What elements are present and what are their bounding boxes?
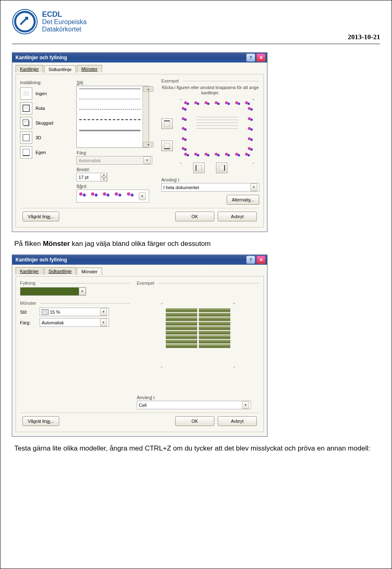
custom-icon [20,146,32,158]
horizontal-line-button[interactable]: Vågrät linje... [22,212,59,221]
none-icon [20,87,32,100]
svg-rect-22 [196,165,202,171]
apply-label: Använd i: [137,395,259,400]
example-group-label: Exempel [137,281,154,286]
svg-rect-14 [23,134,29,141]
setting-3d[interactable]: 3D [20,132,72,144]
style-label: Stil: [76,80,157,85]
borders-dialog-1: Kantlinjer och fyllning ? ✕ Kantlinjer S… [12,52,267,232]
apply-dropdown[interactable]: I hela dokumentet ▼ [161,183,259,192]
left-border-button[interactable] [193,163,205,173]
fill-preview: ⌐¬⌞⌟ [159,303,237,364]
apply-dropdown[interactable]: Cell ▼ [137,401,251,409]
tab-kantlinjer[interactable]: Kantlinjer [16,267,43,274]
color-dropdown[interactable]: Automatisk ▼ [76,156,152,165]
brand-line1: ECDL [42,11,87,19]
spin-down-icon[interactable]: ▼ [100,177,107,182]
brand-text: ECDL Det Europeiska Datakörkortet [42,11,87,33]
pattern-color-label: Färg: [20,320,37,325]
tab-kantlinjer[interactable]: Kantlinjer [16,65,43,72]
chevron-down-icon[interactable]: ▼ [100,308,107,316]
tab-monster[interactable]: Mönster [77,268,102,275]
options-button[interactable]: Alternativ... [227,195,259,205]
scroll-down-icon[interactable]: ▼ [143,142,154,147]
tab-strip: Kantlinjer Sidkantlinje Mönster [16,267,264,274]
apply-label: Använd i: [161,177,259,182]
border-preview[interactable]: ⌐¬⌞⌟ [178,99,256,160]
paragraph-2: Testa gärna lite olika modeller, ångra m… [14,444,378,453]
preview-caption: Klicka i figuren eller använd knapparna … [161,85,259,96]
titlebar[interactable]: Kantlinjer och fyllning ? ✕ [12,255,267,265]
brand-line3: Datakörkortet [42,26,87,33]
chevron-down-icon[interactable]: ▼ [143,156,150,164]
bard-label: Bård: [76,184,157,189]
fill-group-label: Fyllning [20,281,36,286]
pattern-group-label: Mönster [20,301,36,306]
svg-rect-18 [164,121,170,127]
chevron-down-icon[interactable]: ▼ [79,288,86,295]
setting-label: Inställning: [20,80,72,85]
brand-line2: Det Europeiska [42,18,87,26]
pattern-style-dropdown[interactable]: 15 % ▼ [40,308,109,316]
document-date: 2013-10-21 [348,9,380,41]
cancel-button[interactable]: Avbryt [218,212,257,221]
fill-color-dropdown[interactable]: ▼ [20,287,86,296]
art-icon [79,192,87,200]
tab-sidkantlinje[interactable]: Sidkantlinje [44,65,76,73]
style-listbox[interactable]: ▲ ▼ [76,86,149,148]
pattern-swatch-icon [42,309,49,315]
dialog-title: Kantlinjer och fyllning [14,55,67,60]
cancel-button[interactable]: Avbryt [218,416,257,426]
width-spinner[interactable]: 17 pt ▲▼ [76,173,107,181]
chevron-down-icon[interactable]: ▼ [100,319,107,326]
titlebar[interactable]: Kantlinjer och fyllning ? ✕ [12,53,267,62]
chevron-down-icon[interactable]: ▼ [250,183,257,191]
tab-sidkantlinje[interactable]: Sidkantlinje [44,267,76,274]
svg-rect-20 [164,143,170,149]
document-page: ECDL Det Europeiska Datakörkortet 2013-1… [0,0,392,569]
svg-rect-16 [23,149,29,156]
close-button[interactable]: ✕ [256,256,265,264]
width-label: Bredd: [76,167,157,172]
close-button[interactable]: ✕ [256,54,265,62]
dialog-title: Kantlinjer och fyllning [14,257,67,263]
page-header: ECDL Det Europeiska Datakörkortet 2013-1… [12,9,380,41]
top-border-button[interactable] [161,118,173,129]
art-icon [115,192,122,200]
setting-custom[interactable]: Egen [20,146,72,158]
chevron-down-icon[interactable]: ▼ [139,192,146,200]
svg-point-1 [13,9,37,34]
setting-shadow[interactable]: Skuggad [20,117,72,129]
ecdl-logo-icon [12,9,38,35]
art-icon [91,192,98,200]
scrollbar[interactable]: ▲ ▼ [143,86,149,147]
color-label: Färg: [76,150,157,155]
ok-button[interactable]: OK [175,212,214,221]
bottom-border-button[interactable] [161,141,173,151]
header-rule [12,44,380,44]
spin-up-icon[interactable]: ▲ [100,173,107,177]
svg-point-0 [15,12,35,31]
shadow-icon [20,117,32,129]
scroll-up-icon[interactable]: ▲ [143,86,154,92]
help-button[interactable]: ? [246,54,255,62]
box-icon [20,102,32,114]
art-icon [103,192,110,200]
chevron-down-icon[interactable]: ▼ [242,401,249,409]
right-border-button[interactable] [216,163,227,173]
horizontal-line-button[interactable]: Vågrät linje... [22,416,59,426]
help-button[interactable]: ? [246,256,255,264]
tab-monster[interactable]: Mönster [77,65,102,72]
setting-box[interactable]: Ruta [20,102,72,114]
paragraph-1: På fliken Mönster kan jag välja bland ol… [14,239,378,249]
example-group-label: Exempel [161,78,179,83]
svg-rect-24 [219,165,225,171]
art-icon [127,192,134,200]
svg-rect-6 [23,105,29,112]
bard-dropdown[interactable]: ▼ [76,190,149,203]
svg-rect-15 [23,134,29,141]
ok-button[interactable]: OK [175,416,214,426]
pattern-color-dropdown[interactable]: Automatisk ▼ [40,318,109,327]
setting-none[interactable]: Ingen [20,87,72,100]
tab-strip: Kantlinjer Sidkantlinje Mönster [16,65,264,72]
